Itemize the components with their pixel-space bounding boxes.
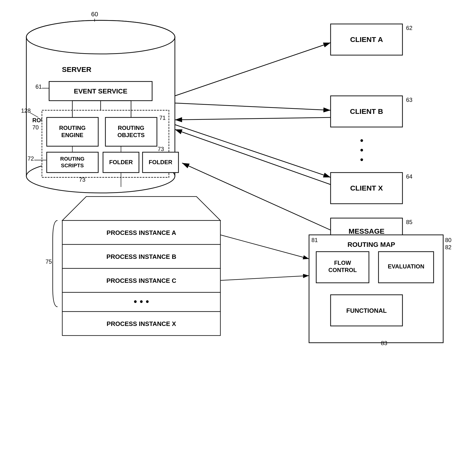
svg-text:•: •	[360, 135, 363, 146]
svg-text:81: 81	[311, 237, 318, 243]
svg-text:83: 83	[381, 340, 387, 346]
svg-text:ROUTING MAP: ROUTING MAP	[347, 241, 395, 248]
svg-point-4	[26, 20, 175, 54]
svg-text:64: 64	[406, 173, 413, 180]
diagram-container: 60 SERVER 61 EVENT SERVICE 128 ROUTER 70…	[0, 0, 476, 458]
svg-text:•: •	[360, 154, 363, 165]
svg-text:PROCESS INSTANCE B: PROCESS INSTANCE B	[106, 253, 176, 260]
svg-line-77	[220, 235, 309, 259]
svg-text:71: 71	[159, 114, 166, 121]
svg-line-78	[220, 276, 309, 280]
svg-text:61: 61	[35, 83, 42, 90]
svg-rect-79	[309, 235, 443, 343]
svg-text:63: 63	[406, 97, 413, 103]
svg-line-44	[175, 103, 331, 110]
svg-text:OBJECTS: OBJECTS	[117, 132, 144, 138]
svg-line-43	[175, 43, 331, 96]
svg-text:MESSAGE: MESSAGE	[348, 227, 384, 235]
svg-text:EVALUATION: EVALUATION	[388, 263, 424, 270]
svg-text:ROUTING: ROUTING	[60, 156, 84, 162]
svg-text:EVENT SERVICE: EVENT SERVICE	[74, 87, 128, 95]
svg-text:SCRIPTS: SCRIPTS	[61, 163, 84, 168]
svg-text:PROCESS INSTANCE A: PROCESS INSTANCE A	[107, 229, 176, 236]
svg-text:CONTROL: CONTROL	[328, 267, 357, 273]
svg-text:73: 73	[79, 176, 85, 183]
svg-text:80: 80	[445, 237, 451, 243]
svg-text:FOLDER: FOLDER	[109, 159, 133, 165]
svg-text:PROCESS INSTANCE X: PROCESS INSTANCE X	[107, 320, 176, 327]
svg-text:70: 70	[32, 124, 39, 131]
svg-text:ENGINE: ENGINE	[61, 132, 83, 138]
svg-text:82: 82	[445, 244, 451, 251]
svg-line-45	[175, 117, 331, 120]
svg-line-47	[175, 130, 331, 185]
svg-text:72: 72	[27, 155, 34, 162]
svg-text:ROUTING: ROUTING	[59, 125, 86, 131]
svg-text:•: •	[360, 145, 363, 155]
svg-text:• • •: • • •	[134, 296, 149, 307]
svg-text:128: 128	[21, 107, 31, 114]
svg-text:CLIENT X: CLIENT X	[350, 184, 383, 192]
svg-text:FOLDER: FOLDER	[149, 159, 172, 165]
svg-text:CLIENT A: CLIENT A	[350, 35, 383, 43]
svg-text:PROCESS INSTANCE C: PROCESS INSTANCE C	[106, 277, 176, 284]
svg-marker-65	[62, 197, 220, 220]
svg-text:CLIENT B: CLIENT B	[350, 107, 383, 115]
svg-text:SERVER: SERVER	[62, 65, 92, 73]
svg-text:ROUTING: ROUTING	[118, 125, 144, 131]
svg-text:62: 62	[406, 25, 413, 31]
svg-text:FUNCTIONAL: FUNCTIONAL	[346, 307, 387, 314]
svg-text:75: 75	[45, 258, 52, 265]
svg-text:85: 85	[406, 219, 413, 225]
svg-line-46	[175, 125, 331, 177]
svg-text:60: 60	[91, 10, 98, 18]
svg-text:73: 73	[158, 146, 164, 152]
svg-text:FLOW: FLOW	[334, 259, 351, 266]
diagram-svg: 60 SERVER 61 EVENT SERVICE 128 ROUTER 70…	[0, 0, 476, 458]
